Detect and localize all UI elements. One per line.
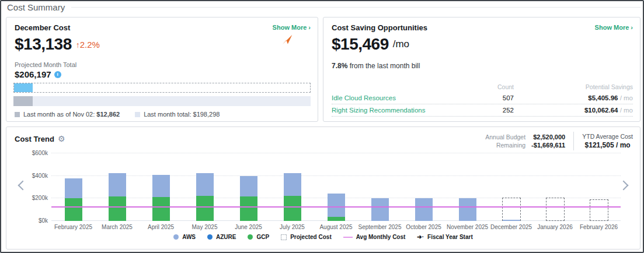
page-title: Cost Summary: [7, 2, 65, 12]
chart-column-august-2025[interactable]: August 2025: [314, 153, 358, 221]
projected-bar: [502, 198, 521, 221]
ytd-average-block: YTD Average Cost $121,505 / mo: [582, 133, 633, 149]
ytd-average-value: $121,505 / mo: [582, 141, 633, 149]
row-count: 507: [452, 94, 516, 101]
aws-segment: [415, 198, 433, 221]
azure-dot-icon: [207, 234, 213, 240]
legend-swatch: [15, 112, 20, 117]
stacked-bar: [152, 175, 170, 221]
legend-last-month-asof: Last month as of Nov 02: $12,862: [15, 111, 120, 118]
december-cost-card: December Cost Show More › $13,138 ↑2.2% …: [6, 17, 318, 122]
x-axis-label: April 2025: [148, 224, 174, 230]
legend-item-aws[interactable]: AWS: [173, 234, 196, 240]
saving-table: Count Potential Savings Idle Cloud Resou…: [332, 82, 633, 117]
legend-item-fiscal-year-start[interactable]: ➔·Fiscal Year Start: [417, 234, 472, 240]
stacked-bar: [415, 198, 433, 221]
x-axis-label: June 2025: [235, 224, 262, 230]
projected-bar: [590, 199, 608, 221]
chart-column-september-2025[interactable]: September 2025: [358, 153, 402, 221]
saving-amount: $15,469: [332, 35, 389, 54]
savings-column-header: Potential Savings: [516, 83, 633, 90]
stacked-bar: [65, 178, 82, 221]
chart-prev-button[interactable]: [18, 181, 28, 191]
y-axis-tick-label: $600k: [21, 150, 48, 156]
legend-item-azure[interactable]: AZURE: [207, 234, 236, 240]
aws-segment: [371, 198, 389, 221]
fiscal-arrow-icon: ➔·: [417, 234, 424, 240]
december-cost-title: December Cost: [15, 23, 70, 32]
divider: [573, 132, 574, 150]
chart-column-february-2026[interactable]: February 2026: [577, 153, 621, 221]
aws-segment: [503, 220, 520, 222]
x-axis-label: January 2026: [537, 224, 573, 230]
chart-column-july-2025[interactable]: July 2025: [270, 153, 314, 221]
x-axis-label: December 2025: [490, 224, 532, 230]
chart-legend: AWS AZURE GCP Projected Cost Avg Monthly…: [6, 234, 640, 240]
row-count: 252: [452, 107, 516, 114]
cursor-pointer-icon: [281, 34, 293, 45]
budget-summary: Annual Budget $2,520,000 Remaining -$1,6…: [485, 132, 633, 150]
x-axis-label: July 2025: [280, 224, 305, 230]
chart-column-january-2026[interactable]: January 2026: [533, 153, 577, 221]
saving-table-header: Count Potential Savings: [332, 82, 633, 92]
gcp-segment: [328, 217, 345, 221]
legend-item-avg-monthly-cost[interactable]: Avg Monthly Cost: [343, 234, 406, 240]
current-month-fill: [14, 83, 33, 92]
legend-item-gcp[interactable]: GCP: [248, 234, 269, 240]
projected-month-amount: $206,197: [15, 69, 51, 79]
avg-monthly-cost-line: [51, 206, 621, 208]
chart-column-april-2025[interactable]: April 2025: [139, 153, 183, 221]
stacked-bar: [371, 198, 389, 221]
table-row: Right Sizing Recommendations 252 $10,062…: [332, 104, 633, 117]
legend-last-month-total: Last month total: $198,298: [135, 111, 220, 118]
right-sizing-recommendations-link[interactable]: Right Sizing Recommendations: [332, 107, 452, 114]
x-axis-label: November 2025: [447, 224, 488, 230]
stacked-bar: [196, 173, 214, 221]
chart-column-march-2025[interactable]: March 2025: [95, 153, 139, 221]
saving-amount-row: $15,469 /mo: [332, 35, 409, 54]
up-arrow-icon: ↑: [76, 40, 80, 50]
projected-month-row: $206,197 i: [15, 69, 61, 79]
gcp-segment: [240, 196, 257, 221]
settings-gear-icon[interactable]: ⚙: [58, 134, 65, 143]
gcp-segment: [109, 196, 126, 221]
chart-column-november-2025[interactable]: November 2025: [445, 153, 489, 221]
saving-show-more-link[interactable]: Show More ›: [595, 24, 633, 31]
chart-column-december-2025[interactable]: December 2025: [489, 153, 533, 221]
y-axis-tick-label: $400k: [21, 173, 48, 179]
aws-segment: [196, 173, 214, 196]
legend-item-projected-cost[interactable]: Projected Cost: [281, 234, 332, 240]
x-axis-label: February 2026: [580, 224, 618, 230]
stacked-bar: [503, 220, 520, 222]
stacked-bar: [284, 173, 301, 221]
gcp-dot-icon: [248, 234, 253, 240]
aws-segment: [459, 198, 476, 221]
idle-cloud-resources-link[interactable]: Idle Cloud Resources: [332, 94, 452, 101]
aws-segment: [65, 178, 82, 199]
y-axis-tick-label: $0k: [21, 217, 48, 224]
chart-column-october-2025[interactable]: October 2025: [402, 153, 445, 221]
legend-swatch: [135, 112, 140, 117]
stacked-bar: [459, 198, 476, 221]
cost-summary-dashboard: { "page": { "title": "Cost Summary" }, "…: [0, 0, 644, 253]
saving-amount-unit: /mo: [393, 38, 409, 50]
remaining-value: -$1,669,611: [531, 142, 565, 149]
annual-budget-value: $2,520,000: [531, 133, 565, 140]
aws-segment: [152, 175, 170, 198]
count-column-header: Count: [452, 83, 516, 90]
info-icon[interactable]: i: [54, 71, 61, 78]
x-axis-label: October 2025: [406, 224, 441, 230]
cost-saving-card: Cost Saving Opportunities Show More › $1…: [323, 17, 640, 122]
row-savings: $10,062.64 / mo: [516, 107, 633, 114]
gcp-segment: [196, 196, 214, 221]
chart-column-june-2025[interactable]: June 2025: [227, 153, 270, 221]
projected-bar: [546, 198, 565, 221]
cost-trend-card: Cost Trend ⚙ Annual Budget $2,520,000 Re…: [6, 126, 640, 250]
section-divider: [71, 7, 640, 8]
cost-saving-title: Cost Saving Opportunities: [332, 23, 427, 32]
chart-column-february-2025[interactable]: February 2025: [51, 153, 95, 221]
chart-column-may-2025[interactable]: May 2025: [183, 153, 227, 221]
december-show-more-link[interactable]: Show More ›: [273, 24, 311, 31]
x-axis-label: March 2025: [102, 224, 133, 230]
bar-area: February 2025March 2025April 2025May 202…: [51, 153, 621, 221]
